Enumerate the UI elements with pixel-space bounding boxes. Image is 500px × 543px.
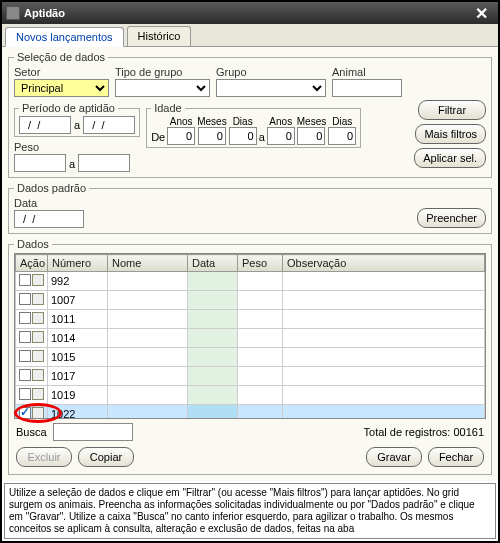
cell-obs[interactable] xyxy=(283,272,485,291)
cell-nome xyxy=(108,348,188,367)
row-checkbox[interactable] xyxy=(19,331,31,343)
col-data[interactable]: Data xyxy=(188,255,238,272)
periodo-ate-input[interactable] xyxy=(83,116,135,134)
idade-de-label: De xyxy=(151,131,165,145)
tipogrupo-select[interactable] xyxy=(115,79,210,97)
padrao-data-input[interactable] xyxy=(14,210,84,228)
idade-de-dias[interactable] xyxy=(229,127,257,145)
table-row[interactable]: 1019 xyxy=(16,386,485,405)
grupo-select[interactable] xyxy=(216,79,326,97)
row-checkbox[interactable] xyxy=(19,293,31,305)
idade-a-anos[interactable] xyxy=(267,127,295,145)
cell-peso[interactable] xyxy=(238,329,283,348)
tab-historico[interactable]: Histórico xyxy=(127,26,192,46)
selecao-legend: Seleção de dados xyxy=(14,51,108,63)
cell-obs[interactable] xyxy=(283,405,485,420)
idade-de-anos[interactable] xyxy=(167,127,195,145)
row-action-icon[interactable] xyxy=(32,388,44,400)
cell-nome xyxy=(108,386,188,405)
row-action-icon[interactable] xyxy=(32,312,44,324)
setor-select[interactable]: Principal xyxy=(14,79,109,97)
row-checkbox[interactable] xyxy=(19,350,31,362)
table-row[interactable]: 1011 xyxy=(16,310,485,329)
table-row[interactable]: 992 xyxy=(16,272,485,291)
idade-a-dias[interactable] xyxy=(328,127,356,145)
close-icon[interactable]: ✕ xyxy=(469,4,494,23)
cell-data[interactable] xyxy=(188,348,238,367)
row-action-icon[interactable] xyxy=(32,407,44,419)
col-numero[interactable]: Número xyxy=(48,255,108,272)
cell-data[interactable] xyxy=(188,310,238,329)
cell-peso[interactable] xyxy=(238,367,283,386)
cell-obs[interactable] xyxy=(283,367,485,386)
cell-data[interactable] xyxy=(188,367,238,386)
titlebar: Aptidão ✕ xyxy=(2,2,498,24)
tabs: Novos lançamentos Histórico xyxy=(2,24,498,47)
fieldset-dados: Dados Ação Número Nome Data Peso xyxy=(8,238,492,475)
table-row[interactable]: 1014 xyxy=(16,329,485,348)
cell-data[interactable] xyxy=(188,272,238,291)
cell-numero: 1011 xyxy=(48,310,108,329)
idade-a-meses[interactable] xyxy=(297,127,325,145)
row-action-icon[interactable] xyxy=(32,350,44,362)
col-acao[interactable]: Ação xyxy=(16,255,48,272)
row-action-icon[interactable] xyxy=(32,293,44,305)
cell-peso[interactable] xyxy=(238,386,283,405)
cell-obs[interactable] xyxy=(283,329,485,348)
animal-input[interactable] xyxy=(332,79,402,97)
gravar-button[interactable]: Gravar xyxy=(366,447,422,467)
animal-label: Animal xyxy=(332,66,402,78)
maisfiltros-button[interactable]: Mais filtros xyxy=(415,124,486,144)
fieldset-selecao: Seleção de dados Setor Principal Tipo de… xyxy=(8,51,492,178)
tab-novos[interactable]: Novos lançamentos xyxy=(5,27,124,47)
table-row[interactable]: 1017 xyxy=(16,367,485,386)
cell-nome xyxy=(108,310,188,329)
idade-a-label: a xyxy=(259,131,265,145)
fechar-button[interactable]: Fechar xyxy=(428,447,484,467)
peso-de-input[interactable] xyxy=(14,154,66,172)
idade-de-meses[interactable] xyxy=(198,127,226,145)
cell-peso[interactable] xyxy=(238,291,283,310)
cell-obs[interactable] xyxy=(283,310,485,329)
cell-numero: 1022 xyxy=(48,405,108,420)
cell-numero: 1007 xyxy=(48,291,108,310)
col-nome[interactable]: Nome xyxy=(108,255,188,272)
row-checkbox[interactable] xyxy=(19,388,31,400)
row-checkbox[interactable] xyxy=(19,369,31,381)
periodo-de-input[interactable] xyxy=(19,116,71,134)
row-checkbox[interactable] xyxy=(19,274,31,286)
row-checkbox[interactable] xyxy=(19,312,31,324)
cell-data[interactable] xyxy=(188,329,238,348)
cell-obs[interactable] xyxy=(283,386,485,405)
col-obs[interactable]: Observação xyxy=(283,255,485,272)
copiar-button[interactable]: Copiar xyxy=(78,447,134,467)
row-checkbox[interactable] xyxy=(19,407,31,419)
cell-obs[interactable] xyxy=(283,348,485,367)
row-action-icon[interactable] xyxy=(32,369,44,381)
cell-peso[interactable] xyxy=(238,272,283,291)
cell-peso[interactable] xyxy=(238,310,283,329)
table-row[interactable]: 1015 xyxy=(16,348,485,367)
peso-ate-input[interactable] xyxy=(78,154,130,172)
cell-data[interactable] xyxy=(188,405,238,420)
cell-obs[interactable] xyxy=(283,291,485,310)
busca-input[interactable] xyxy=(53,423,133,441)
data-grid[interactable]: Ação Número Nome Data Peso Observação 99… xyxy=(14,253,486,419)
preencher-button[interactable]: Preencher xyxy=(417,208,486,228)
periodo-a-label: a xyxy=(74,119,80,131)
cell-data[interactable] xyxy=(188,386,238,405)
fieldset-padrao: Dados padrão Data Preencher xyxy=(8,182,492,234)
aplicarsel-button[interactable]: Aplicar sel. xyxy=(414,148,486,168)
cell-numero: 1019 xyxy=(48,386,108,405)
excluir-button[interactable]: Excluir xyxy=(16,447,72,467)
row-action-icon[interactable] xyxy=(32,331,44,343)
filtrar-button[interactable]: Filtrar xyxy=(418,100,486,120)
col-peso[interactable]: Peso xyxy=(238,255,283,272)
table-row[interactable]: 1022 xyxy=(16,405,485,420)
cell-peso[interactable] xyxy=(238,348,283,367)
row-action-icon[interactable] xyxy=(32,274,44,286)
table-row[interactable]: 1007 xyxy=(16,291,485,310)
cell-peso[interactable] xyxy=(238,405,283,420)
cell-numero: 1017 xyxy=(48,367,108,386)
cell-data[interactable] xyxy=(188,291,238,310)
